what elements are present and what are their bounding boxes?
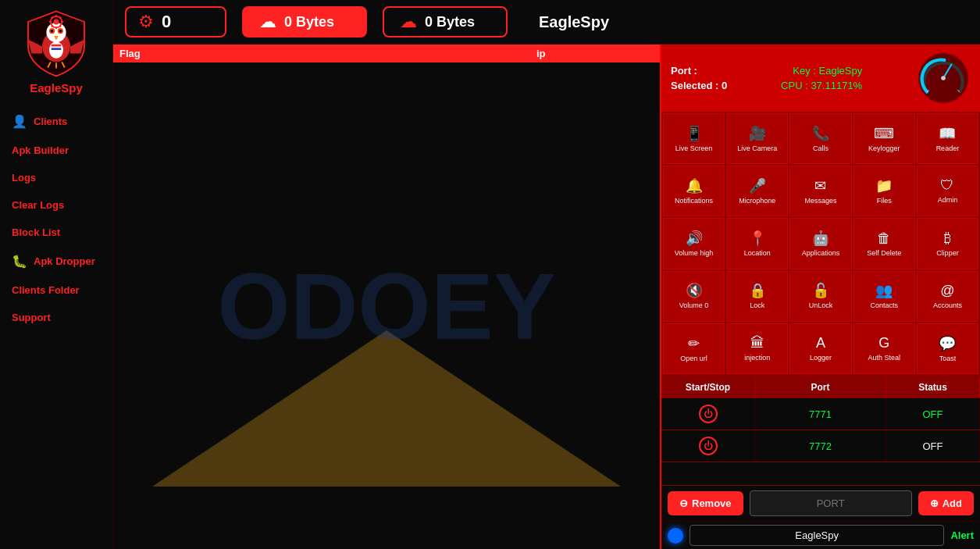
stats-right: Key : EagleSpy CPU : 37.11171% xyxy=(781,65,862,91)
sidebar-item-apk-builder[interactable]: Apk Builder xyxy=(0,137,112,164)
key-stat: Key : EagleSpy xyxy=(793,65,862,77)
keylogger-icon: ⌨ xyxy=(874,125,894,142)
port-input[interactable] xyxy=(750,490,912,516)
svg-point-5 xyxy=(59,30,62,33)
port-2-value: 7772 xyxy=(755,430,886,462)
applications-icon: 🤖 xyxy=(812,230,829,247)
app-title: EagleSpy xyxy=(539,13,609,31)
cpu-gauge xyxy=(916,51,971,105)
remove-icon: ⊖ xyxy=(679,497,688,509)
selected-stat: Selected : 0 xyxy=(671,80,727,91)
btn-volume-high[interactable]: 🔊 Volume high xyxy=(663,218,725,269)
toast-icon: 💬 xyxy=(939,335,956,352)
lock-icon: 🔒 xyxy=(749,282,766,299)
col-flag: Flag xyxy=(119,48,536,59)
app-name: EagleSpy xyxy=(30,81,83,94)
btn-self-delete[interactable]: 🗑 Self Delete xyxy=(853,218,915,269)
upload-bytes: ☁ 0 Bytes xyxy=(242,6,367,37)
accounts-icon: @ xyxy=(940,283,954,299)
key-input[interactable] xyxy=(690,525,944,546)
right-panel: Port : Selected : 0 Key : EagleSpy CPU :… xyxy=(660,45,980,549)
col-port: Port xyxy=(755,377,886,397)
btn-live-camera[interactable]: 🎥 Live Camera xyxy=(726,113,788,164)
port-2-status: OFF xyxy=(886,430,980,462)
table-area: Flag ip ODOEY xyxy=(113,45,660,549)
btn-contacts[interactable]: 👥 Contacts xyxy=(853,271,915,322)
btn-toast[interactable]: 💬 Toast xyxy=(917,323,978,374)
self-delete-icon: 🗑 xyxy=(877,230,891,247)
btn-messages[interactable]: ✉ Messages xyxy=(789,166,851,216)
sidebar-item-apk-dropper[interactable]: 🐛 Apk Dropper xyxy=(0,246,112,276)
volume-0-icon: 🔇 xyxy=(686,282,703,299)
col-ip: ip xyxy=(536,48,654,59)
reader-icon: 📖 xyxy=(939,125,956,142)
port-row-3 xyxy=(661,462,980,485)
stats-row: Port : Selected : 0 Key : EagleSpy CPU :… xyxy=(661,45,980,112)
sidebar-item-clear-logs[interactable]: Clear Logs xyxy=(0,191,112,219)
port-row-1: ⏻ 7771 OFF xyxy=(661,397,980,430)
injection-icon: 🏛 xyxy=(750,335,764,351)
port-stat: Port : xyxy=(671,65,727,77)
btn-open-url[interactable]: ✏ Open url xyxy=(663,323,725,374)
port-1-start: ⏻ xyxy=(661,398,755,430)
sidebar-item-logs[interactable]: Logs xyxy=(0,164,112,191)
cpu-stat: CPU : 37.11171% xyxy=(781,80,862,91)
topbar: ⚙ 0 ☁ 0 Bytes ☁ 0 Bytes EagleSpy xyxy=(113,0,980,45)
btn-applications[interactable]: 🤖 Applications xyxy=(789,218,851,269)
btn-injection[interactable]: 🏛 injection xyxy=(726,323,788,374)
svg-point-13 xyxy=(941,76,946,80)
counter-value: 0 xyxy=(162,12,171,32)
btn-accounts[interactable]: @ Accounts xyxy=(917,271,978,322)
btn-notifications[interactable]: 🔔 Notifications xyxy=(663,166,725,216)
btn-microphone[interactable]: 🎤 Microphone xyxy=(726,166,788,216)
btn-admin[interactable]: 🛡 Admin xyxy=(917,166,978,216)
status-led xyxy=(668,528,683,544)
main-content: ⚙ 0 ☁ 0 Bytes ☁ 0 Bytes EagleSpy Flag ip… xyxy=(113,0,980,549)
remove-button[interactable]: ⊖ Remove xyxy=(668,491,743,515)
btn-keylogger[interactable]: ⌨ Keylogger xyxy=(853,113,915,164)
download-value: 0 Bytes xyxy=(425,14,475,30)
btn-lock[interactable]: 🔒 Lock xyxy=(726,271,788,322)
open-url-icon: ✏ xyxy=(688,335,700,352)
calls-icon: 📞 xyxy=(812,125,829,142)
btn-location[interactable]: 📍 Location xyxy=(726,218,788,269)
btn-live-screen[interactable]: 📱 Live Screen xyxy=(663,113,725,164)
col-start-stop: Start/Stop xyxy=(661,377,755,397)
bottom-bar: ⊖ Remove ⊕ Add xyxy=(661,485,980,521)
logo-container xyxy=(21,8,91,81)
add-icon: ⊕ xyxy=(930,497,939,509)
btn-auth-steal[interactable]: G Auth Steal xyxy=(853,323,915,374)
sidebar-item-block-list[interactable]: Block List xyxy=(0,219,112,246)
location-icon: 📍 xyxy=(749,230,766,247)
sidebar-item-support[interactable]: Support xyxy=(0,304,112,331)
upload-value: 0 Bytes xyxy=(284,14,334,30)
power-btn-2[interactable]: ⏻ xyxy=(699,437,718,455)
svg-rect-8 xyxy=(52,48,62,50)
port-table-header: Start/Stop Port Status xyxy=(661,377,980,397)
microphone-icon: 🎤 xyxy=(749,177,766,194)
power-btn-1[interactable]: ⏻ xyxy=(699,405,718,423)
btn-reader[interactable]: 📖 Reader xyxy=(917,113,978,164)
btn-volume-0[interactable]: 🔇 Volume 0 xyxy=(663,271,725,322)
clipper-icon: ₿ xyxy=(944,230,951,247)
upload-icon: ☁ xyxy=(259,12,276,32)
logger-icon: A xyxy=(816,335,825,351)
btn-calls[interactable]: 📞 Calls xyxy=(789,113,851,164)
sidebar: EagleSpy 👤 Clients Apk Builder Logs Clea… xyxy=(0,0,113,549)
sidebar-item-clients[interactable]: 👤 Clients xyxy=(0,106,112,137)
clients-icon: 👤 xyxy=(12,114,27,129)
sidebar-item-clients-folder[interactable]: Clients Folder xyxy=(0,276,112,304)
port-table: Start/Stop Port Status ⏻ 7771 OFF ⏻ 7772 xyxy=(661,376,980,485)
add-button[interactable]: ⊕ Add xyxy=(918,491,974,515)
alert-label: Alert xyxy=(950,529,974,541)
btn-unlock[interactable]: 🔓 UnLock xyxy=(789,271,851,322)
watermark-triangle xyxy=(152,330,621,487)
btn-files[interactable]: 📁 Files xyxy=(853,166,915,216)
download-bytes: ☁ 0 Bytes xyxy=(383,6,508,37)
svg-rect-7 xyxy=(52,45,62,47)
content-area: Flag ip ODOEY Port : Selected : 0 xyxy=(113,45,980,549)
btn-logger[interactable]: A Logger xyxy=(789,323,851,374)
live-screen-icon: 📱 xyxy=(686,125,703,142)
btn-clipper[interactable]: ₿ Clipper xyxy=(917,218,978,269)
live-camera-icon: 🎥 xyxy=(749,125,766,142)
